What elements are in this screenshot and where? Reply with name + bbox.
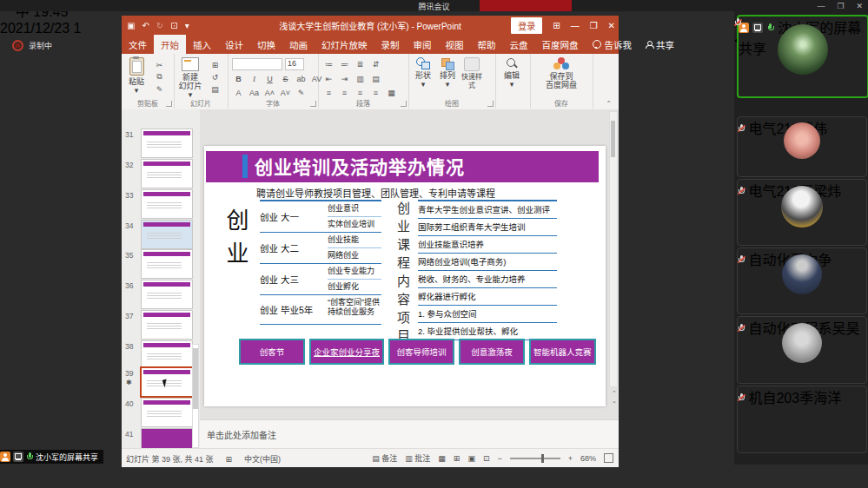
thumbnail-slide-36[interactable]: 36 <box>122 280 200 309</box>
tab-help[interactable]: 帮助 <box>471 35 503 54</box>
thumbnail-scrollbar[interactable] <box>192 344 199 448</box>
increase-indent-icon[interactable]: ⇥ <box>338 73 351 84</box>
shrink-font-icon[interactable]: A˅ <box>279 87 292 98</box>
align-center-icon[interactable]: ≡ <box>338 87 351 98</box>
notes-placeholder[interactable]: 单击此处添加备注 <box>207 428 276 441</box>
editing-button[interactable]: 编辑▾ <box>500 57 523 89</box>
strikethrough-icon[interactable]: S <box>279 73 292 84</box>
tab-view[interactable]: 视图 <box>439 35 471 54</box>
drawing-dialog-launcher[interactable] <box>487 101 494 107</box>
zoom-out-icon[interactable]: − <box>497 454 501 463</box>
slide-sorter-icon[interactable]: ⊞ <box>454 454 461 463</box>
clipboard-dialog-launcher[interactable] <box>166 101 172 107</box>
line-spacing-icon[interactable]: ≣ <box>354 58 367 69</box>
text-shadow-icon[interactable]: ab <box>295 73 308 84</box>
share-button[interactable]: 共享 <box>639 35 681 54</box>
new-slide-button[interactable]: 新建 幻灯片 ▾ <box>177 57 203 99</box>
reset-icon[interactable]: ↺ <box>209 71 222 82</box>
zoom-level[interactable]: 68% <box>580 454 596 463</box>
tab-insert[interactable]: 插入 <box>186 35 218 54</box>
quick-styles-button[interactable]: 快速样式 <box>459 57 485 90</box>
bold-icon[interactable]: B <box>232 73 245 84</box>
participant-tile[interactable]: 机自203季海洋 <box>737 386 867 453</box>
clear-format-icon[interactable]: ✎ <box>295 87 308 98</box>
thumbnail-slide-33[interactable]: 33 <box>122 189 200 219</box>
columns-icon[interactable]: ▥ <box>354 73 367 84</box>
tab-cloud[interactable]: 云盘 <box>503 35 535 54</box>
font-name-combobox[interactable] <box>232 58 282 70</box>
tab-file[interactable]: 文件 <box>122 35 154 54</box>
paragraph-dialog-launcher[interactable] <box>401 101 407 107</box>
notes-pane[interactable]: 单击此处添加备注 <box>200 419 619 449</box>
font-dialog-launcher[interactable] <box>310 101 316 107</box>
grow-font-icon[interactable]: A˄ <box>263 87 276 98</box>
slide-canvas[interactable]: 创业培训及活动举办情况 聘请创业导师教授项目管理、团队管理、专利申请等课程 创业… <box>204 146 606 406</box>
tab-transitions[interactable]: 切换 <box>250 35 282 54</box>
thumbnail-slide-34[interactable]: 34 <box>122 220 200 249</box>
cut-icon[interactable]: ✂ <box>153 59 166 70</box>
tab-design[interactable]: 设计 <box>218 35 250 54</box>
minimize-icon[interactable]: — <box>817 2 825 10</box>
zoom-slider[interactable] <box>510 458 560 459</box>
tab-home[interactable]: 开始 <box>154 35 186 54</box>
layout-icon[interactable]: ⊞ <box>209 59 222 70</box>
section-icon[interactable]: ▤ <box>209 83 222 95</box>
tab-record[interactable]: 录制 <box>374 35 407 54</box>
ribbon-display-icon[interactable]: ⊞ <box>553 21 560 30</box>
thumbnail-slide-31[interactable]: 31 <box>122 129 200 158</box>
thumbnail-slide-37[interactable]: 37 <box>122 310 200 340</box>
participant-tile[interactable]: 电气213钱伟 <box>737 116 867 177</box>
participant-tile-sharer[interactable]: 沈小军的屏幕共享 <box>737 15 868 98</box>
slideshow-view-icon[interactable]: ⊡ <box>483 454 490 463</box>
underline-icon[interactable]: U <box>263 73 276 84</box>
previous-slide-button[interactable]: ⌃⌄ <box>610 389 619 405</box>
participant-tile[interactable]: 电气213夏梁炜 <box>737 179 867 246</box>
copy-icon[interactable]: ⧉ <box>153 71 166 82</box>
ppt-minimize-icon[interactable]: — <box>571 21 580 30</box>
arrange-button[interactable]: 排列▾ <box>436 57 459 89</box>
save-to-baidu-button[interactable]: 保存到 百度网盘 <box>542 57 580 89</box>
thumbnail-slide-39-selected[interactable]: 39 ✱ <box>122 367 200 397</box>
font-color-icon[interactable]: A <box>232 87 245 98</box>
ppt-close-icon[interactable]: ✕ <box>608 21 615 30</box>
align-text-icon[interactable]: ▤ <box>369 73 382 84</box>
format-painter-icon[interactable]: ✎ <box>153 83 166 95</box>
language-label[interactable]: 中文(中国) <box>244 453 281 465</box>
thumbnail-slide-40[interactable]: 40 <box>122 398 200 427</box>
align-right-icon[interactable]: ≡ <box>354 87 367 98</box>
tab-slideshow[interactable]: 幻灯片放映 <box>315 35 374 54</box>
thumbnail-slide-32[interactable]: 32 <box>122 159 200 188</box>
notes-toggle[interactable]: ▤ 备注 <box>372 452 397 464</box>
bullets-icon[interactable]: ≔ <box>322 58 335 69</box>
smartart-icon[interactable]: ▦ <box>385 87 398 98</box>
thumbnail-slide-35[interactable]: 35 <box>122 249 200 279</box>
login-button[interactable]: 登录 <box>511 17 542 34</box>
text-direction-icon[interactable]: ⇵ <box>369 58 382 69</box>
comments-toggle[interactable]: ▥ 批注 <box>405 452 430 464</box>
paste-button[interactable]: 粘贴▾ <box>125 57 148 95</box>
slide-thumbnail-panel[interactable]: 31 32 33 34 35 36 37 38 39 ✱ 40 <box>122 109 201 448</box>
font-size-combobox[interactable]: 16 <box>285 58 304 70</box>
case-icon[interactable]: Aa <box>248 87 261 98</box>
slide-scrollbar[interactable] <box>609 111 618 387</box>
tell-me-button[interactable]: 告诉我 <box>586 35 639 54</box>
tab-baidu-netdisk[interactable]: 百度网盘 <box>535 35 586 54</box>
participant-tile[interactable]: 自动化王力争 <box>737 247 867 314</box>
thumbnail-slide-38[interactable]: 38 <box>122 340 200 370</box>
close-icon[interactable]: ✕ <box>856 2 863 10</box>
reading-view-icon[interactable]: ▣ <box>467 454 475 463</box>
normal-view-icon[interactable]: ▦ <box>438 454 446 463</box>
fit-slide-icon[interactable] <box>604 453 613 463</box>
maximize-icon[interactable]: ❐ <box>837 2 844 10</box>
action-center-icon[interactable]: 1 <box>74 21 82 36</box>
numbering-icon[interactable]: ≕ <box>338 58 351 69</box>
decrease-indent-icon[interactable]: ⇤ <box>322 73 335 84</box>
collapse-ribbon-icon[interactable]: ⌃ <box>606 100 612 108</box>
ppt-restore-icon[interactable]: ❐ <box>590 21 598 30</box>
shapes-button[interactable]: 形状▾ <box>412 57 434 89</box>
italic-icon[interactable]: I <box>248 73 261 84</box>
zoom-in-icon[interactable]: + <box>568 454 573 463</box>
tab-review[interactable]: 审阅 <box>407 35 439 54</box>
spellcheck-icon[interactable]: ⊞ <box>226 455 233 464</box>
align-left-icon[interactable]: ≡ <box>322 87 335 98</box>
